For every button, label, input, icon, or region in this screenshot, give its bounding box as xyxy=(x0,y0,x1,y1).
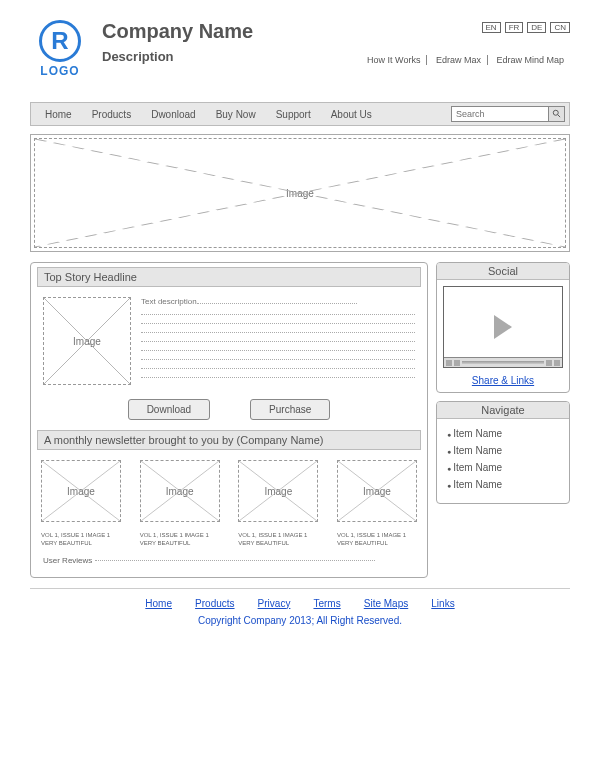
purchase-button[interactable]: Purchase xyxy=(250,399,330,420)
share-links-link[interactable]: Share & Links xyxy=(472,375,534,386)
navigate-item[interactable]: Item Name xyxy=(447,425,559,442)
navigate-item[interactable]: Item Name xyxy=(447,442,559,459)
copyright: Copyright Company 2013; All Right Reserv… xyxy=(30,615,570,626)
lang-fr[interactable]: FR xyxy=(505,22,524,33)
navigate-item[interactable]: Item Name xyxy=(447,476,559,493)
footer-link-links[interactable]: Links xyxy=(431,598,454,609)
navigate-item[interactable]: Item Name xyxy=(447,459,559,476)
footer-link-sitemaps[interactable]: Site Maps xyxy=(364,598,408,609)
search-button[interactable] xyxy=(548,107,564,121)
hero-image-placeholder: Image xyxy=(34,138,566,248)
story-image-placeholder: Image xyxy=(43,297,131,385)
toplink-how-it-works[interactable]: How It Works xyxy=(361,55,427,65)
svg-point-0 xyxy=(553,110,558,115)
story-text: Text description xyxy=(141,297,415,385)
logo-badge: R xyxy=(39,20,81,62)
main-nav: Home Products Dwonload Buy Now Support A… xyxy=(30,102,570,126)
social-panel: Social Share & Links xyxy=(436,262,570,393)
lang-en[interactable]: EN xyxy=(482,22,501,33)
nav-home[interactable]: Home xyxy=(35,109,82,120)
lang-de[interactable]: DE xyxy=(527,22,546,33)
footer-link-privacy[interactable]: Privacy xyxy=(258,598,291,609)
newsletter-card[interactable]: Image VOL 1, ISSUE 1 IMAGE 1 VERY BEAUTI… xyxy=(337,460,417,548)
download-button[interactable]: Download xyxy=(128,399,210,420)
navigate-panel: Navigate Item Name Item Name Item Name I… xyxy=(436,401,570,504)
lang-cn[interactable]: CN xyxy=(550,22,570,33)
newsletter-cards: Image VOL 1, ISSUE 1 IMAGE 1 VERY BEAUTI… xyxy=(41,460,417,548)
footer-link-terms[interactable]: Terms xyxy=(313,598,340,609)
newsletter-card[interactable]: Image VOL 1, ISSUE 1 IMAGE 1 VERY BEAUTI… xyxy=(140,460,220,548)
newsletter-title: A monthly newsletter brought to you by (… xyxy=(37,430,421,450)
toplink-edraw-max[interactable]: Edraw Max xyxy=(430,55,488,65)
svg-line-1 xyxy=(557,115,560,118)
footer-link-home[interactable]: Home xyxy=(145,598,172,609)
footer-link-products[interactable]: Products xyxy=(195,598,234,609)
logo-text: LOGO xyxy=(40,64,79,78)
toplink-edraw-mind-map[interactable]: Edraw Mind Map xyxy=(490,55,570,65)
nav-about-us[interactable]: About Us xyxy=(321,109,382,120)
video-player[interactable] xyxy=(443,286,563,368)
nav-download[interactable]: Dwonload xyxy=(141,109,205,120)
search-box xyxy=(451,106,565,122)
play-icon xyxy=(494,315,512,339)
footer: Home Products Privacy Terms Site Maps Li… xyxy=(30,588,570,626)
top-story-headline: Top Story Headline xyxy=(37,267,421,287)
newsletter-card[interactable]: Image VOL 1, ISSUE 1 IMAGE 1 VERY BEAUTI… xyxy=(41,460,121,548)
search-input[interactable] xyxy=(452,109,548,119)
search-icon xyxy=(552,109,562,119)
language-switcher: EN FR DE CN xyxy=(482,22,570,33)
top-links: How It Works Edraw Max Edraw Mind Map xyxy=(361,55,570,65)
newsletter-card[interactable]: Image VOL 1, ISSUE 1 IMAGE 1 VERY BEAUTI… xyxy=(238,460,318,548)
hero-banner: Image xyxy=(30,134,570,252)
navigate-title: Navigate xyxy=(437,402,569,419)
nav-support[interactable]: Support xyxy=(266,109,321,120)
social-title: Social xyxy=(437,263,569,280)
user-reviews: User Reviews xyxy=(43,556,415,565)
video-controls[interactable] xyxy=(444,357,562,367)
main-content: Top Story Headline Image Text descriptio… xyxy=(30,262,428,578)
nav-products[interactable]: Products xyxy=(82,109,141,120)
nav-buy-now[interactable]: Buy Now xyxy=(206,109,266,120)
logo[interactable]: R LOGO xyxy=(30,20,90,78)
